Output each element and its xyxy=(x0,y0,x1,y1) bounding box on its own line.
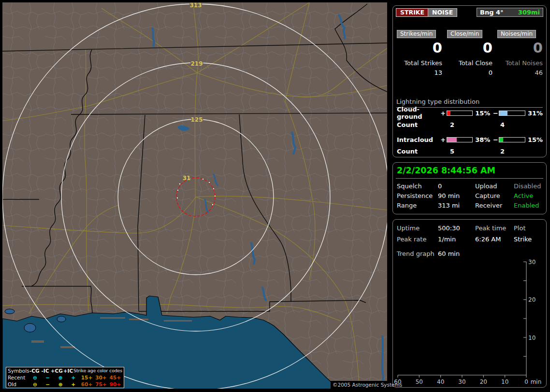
close-per-min-value: 0 xyxy=(447,38,492,56)
ring-label-31: 31 xyxy=(183,175,191,182)
recent-pos-cg-icon: ⊕ xyxy=(54,374,67,381)
old-pos-ic-icon: + xyxy=(67,381,79,388)
total-close-value: 0 xyxy=(447,67,492,76)
receiver-label: Receiver xyxy=(475,202,514,209)
noises-per-min-label[interactable]: Noises/min xyxy=(497,30,536,38)
ic-negative-count: 2 xyxy=(500,148,505,155)
noises-column: Noises/min 0 Total Noises 46 xyxy=(497,30,543,76)
divider xyxy=(396,178,543,179)
strikes-per-min-value: 0 xyxy=(397,38,442,56)
capture-status: Active xyxy=(514,192,544,199)
recent-pos-ic-icon: + xyxy=(67,374,79,381)
intracloud-label: Intracloud xyxy=(397,136,440,143)
old-neg-cg-icon: ⊖ xyxy=(29,381,41,388)
cg-negative-pct: 31% xyxy=(525,110,543,117)
range-value: 309mi xyxy=(518,8,540,16)
legend-col-pos-ic: +IC xyxy=(63,367,73,374)
trend-y-ticks: 30 20 10 xyxy=(528,259,536,341)
squelch-label: Squelch xyxy=(397,182,438,190)
svg-text:10: 10 xyxy=(528,335,536,341)
legend-recent-label: Recent xyxy=(8,374,29,381)
settings-row-2: Persistence 90 min Capture Active xyxy=(397,192,544,199)
svg-text:20: 20 xyxy=(528,296,536,303)
total-strikes-label: Total Strikes xyxy=(397,56,442,67)
minus-sign: − xyxy=(493,110,499,117)
legend-old-row: Old ⊖ − ⊕ + 60+ 75+ 90+ xyxy=(8,381,122,388)
legend-col-pos-cg: +CG xyxy=(51,367,63,374)
close-per-min-label[interactable]: Close/min xyxy=(447,30,482,38)
capture-label: Capture xyxy=(475,192,514,199)
bearing-range-display: Bng 4° 309mi xyxy=(477,8,543,17)
persistence-value: 90 min xyxy=(438,192,475,199)
ring-label-313: 313 xyxy=(189,2,202,9)
ic-negative-pct: 15% xyxy=(525,136,543,143)
trend-axes xyxy=(398,262,526,378)
legend-age-header: Strike age color codes xyxy=(73,367,122,374)
ic-count-row: Count 5 2 xyxy=(397,148,543,154)
strike-toggle-button[interactable]: STRIKE xyxy=(396,8,429,17)
noises-per-min-value: 0 xyxy=(497,38,543,56)
svg-text:30: 30 xyxy=(528,259,536,266)
age-15: 15+ xyxy=(80,374,94,381)
strikes-per-min-label[interactable]: Strikes/min xyxy=(397,30,436,38)
plus-sign: + xyxy=(440,136,446,143)
bearing-label: Bng 4° xyxy=(480,8,504,16)
legend-recent-row: Recent ⊖ − ⊕ + 15+ 30+ 45+ xyxy=(8,374,122,381)
noise-toggle-button[interactable]: NOISE xyxy=(428,8,457,17)
clock-settings-panel: 2/2/2026 8:44:56 AM Squelch 0 Upload Dis… xyxy=(392,162,547,214)
cloud-ground-row: Cloud-ground + 15% − 31% xyxy=(397,110,543,116)
count-label: Count xyxy=(397,148,418,155)
status-trend-panel: Uptime 500:30 Peak time Plot Peak rate 1… xyxy=(392,219,547,388)
cg-positive-count: 2 xyxy=(450,121,454,128)
settings-row-3: Range 313 mi Receiver Enabled xyxy=(397,202,544,209)
map-symbol-legend: Symbols -CG -IC +CG +IC Strike age color… xyxy=(6,367,124,388)
total-noises-label: Total Noises xyxy=(497,56,543,67)
receiver-status: Enabled xyxy=(514,202,544,209)
total-close-label: Total Close xyxy=(447,56,492,67)
intracloud-row: Intracloud + 38% − 15% xyxy=(397,136,543,143)
legend-old-label: Old xyxy=(8,381,29,388)
legend-col-neg-ic: -IC xyxy=(40,367,50,374)
squelch-value: 0 xyxy=(438,182,475,190)
svg-text:30: 30 xyxy=(458,378,465,385)
svg-text:40: 40 xyxy=(437,378,444,385)
app-window: 313 219 125 31 Symbols -CG -IC +CG +IC S… xyxy=(0,0,550,392)
upload-status: Disabled xyxy=(514,182,544,190)
svg-text:50: 50 xyxy=(416,378,423,385)
cg-negative-count: 4 xyxy=(500,121,505,128)
rate-counters: Strikes/min 0 Total Strikes 13 Close/min… xyxy=(397,30,543,76)
age-60: 60+ xyxy=(80,381,94,388)
close-column: Close/min 0 Total Close 0 xyxy=(447,30,492,76)
ring-label-219: 219 xyxy=(190,60,203,67)
age-90: 90+ xyxy=(108,381,122,388)
strikes-column: Strikes/min 0 Total Strikes 13 xyxy=(397,30,442,76)
upload-label: Upload xyxy=(475,182,514,190)
ring-label-125: 125 xyxy=(190,116,203,123)
svg-text:0: 0 xyxy=(524,378,528,385)
old-pos-cg-icon: ⊕ xyxy=(54,381,67,388)
total-strikes-value: 13 xyxy=(397,67,442,76)
copyright-notice: ©2005 Astrogenic Systems xyxy=(331,381,388,389)
plus-sign: + xyxy=(440,110,446,117)
lightning-range-map[interactable]: 313 219 125 31 xyxy=(2,2,387,389)
cg-positive-bar xyxy=(447,111,473,116)
trend-graph-chart: 60 50 40 30 20 10 0 min 30 20 10 xyxy=(393,220,546,387)
cg-negative-bar xyxy=(499,111,525,116)
ic-positive-count: 5 xyxy=(450,148,454,155)
ic-positive-bar xyxy=(447,137,473,142)
age-45: 45+ xyxy=(108,374,122,381)
minus-sign: − xyxy=(493,136,499,143)
settings-row-1: Squelch 0 Upload Disabled xyxy=(397,182,544,190)
range-value: 313 mi xyxy=(438,202,475,209)
cg-positive-pct: 15% xyxy=(473,110,493,117)
cloud-ground-label: Cloud-ground xyxy=(397,106,440,120)
legend-col-neg-cg: -CG xyxy=(29,367,40,374)
ic-negative-bar xyxy=(499,137,525,142)
range-label: Range xyxy=(397,202,438,209)
svg-text:20: 20 xyxy=(480,378,487,385)
cg-count-row: Count 2 4 xyxy=(397,121,543,128)
trend-x-ticks: 60 50 40 30 20 10 0 min xyxy=(394,378,541,385)
persistence-label: Persistence xyxy=(397,192,438,199)
count-label: Count xyxy=(397,121,418,128)
strike-stats-panel: STRIKE NOISE Bng 4° 309mi Strikes/min 0 … xyxy=(392,5,547,157)
